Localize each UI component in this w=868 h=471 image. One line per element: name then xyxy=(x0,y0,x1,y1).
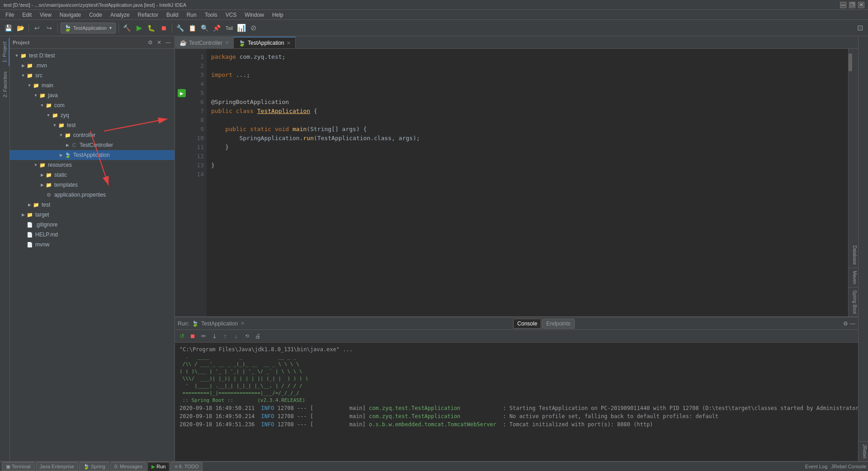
print-button[interactable]: 🖨 xyxy=(253,331,263,341)
menu-edit[interactable]: Edit xyxy=(19,11,35,19)
tree-item-java[interactable]: ▼ 📁 java xyxy=(10,90,175,100)
soft-wrap-button[interactable]: ⟲ xyxy=(242,331,252,341)
undo-button[interactable]: ↩ xyxy=(32,23,42,33)
tree-arrow-src: ▼ xyxy=(20,72,26,79)
tree-item-root[interactable]: ▼ 📁 test D:\test xyxy=(10,51,175,61)
endpoints-tab[interactable]: Endpoints xyxy=(542,319,574,329)
settings-gear-icon[interactable]: ⚙ xyxy=(843,320,848,327)
menu-view[interactable]: View xyxy=(36,11,55,19)
save-button[interactable]: 💾 xyxy=(3,23,14,33)
messages-tab[interactable]: 0: Messages xyxy=(110,462,146,471)
todo-tab[interactable]: ≡ 6: TODO xyxy=(170,462,203,471)
java-enterprise-tab[interactable]: Java Enterprise xyxy=(36,462,78,471)
project-dropdown[interactable]: 🍃 TestApplication ▼ xyxy=(61,23,116,33)
build-button[interactable]: 🔨 xyxy=(122,23,132,33)
project-tool-tab[interactable]: 1: Project xyxy=(0,38,9,66)
run-indicator[interactable]: ▶ xyxy=(176,89,187,98)
copy-button[interactable]: 📋 xyxy=(187,23,198,33)
tree-item-main[interactable]: ▼ 📁 main xyxy=(10,80,175,90)
menu-tools[interactable]: Tools xyxy=(201,11,221,19)
coverage-button[interactable]: 📊 xyxy=(236,23,247,33)
tree-item-mvnw[interactable]: 📄 mvnw xyxy=(10,240,175,250)
minimize-button[interactable]: — xyxy=(840,2,846,8)
edit-button[interactable]: ✏ xyxy=(198,331,208,341)
tree-item-static[interactable]: ▶ 📁 static xyxy=(10,170,175,180)
terminal-tab[interactable]: ▣ Terminal xyxy=(2,462,35,471)
spring-tab[interactable]: 🍃 Spring xyxy=(79,462,109,471)
tab-testapplication-icon: 🍃 xyxy=(238,40,245,47)
tree-item-zyq[interactable]: ▼ 📁 zyq xyxy=(10,110,175,120)
run-button[interactable]: ▶ xyxy=(134,23,145,33)
restart-button[interactable]: ↺ xyxy=(177,331,187,341)
collapse-panel-icon[interactable]: — xyxy=(850,320,855,327)
tab-testapplication[interactable]: 🍃 TestApplication ✕ xyxy=(234,37,296,48)
tree-item-test-src[interactable]: ▶ 📁 test xyxy=(10,200,175,210)
menu-build[interactable]: Build xyxy=(163,11,182,19)
menu-vcs[interactable]: VCS xyxy=(222,11,241,19)
tree-arrow-test-pkg: ▼ xyxy=(52,122,58,128)
menu-refactor[interactable]: Refactor xyxy=(134,11,162,19)
tree-item-helpmd[interactable]: 📄 HELP.md xyxy=(10,230,175,240)
menu-window[interactable]: Window xyxy=(241,11,268,19)
tab-testcontroller[interactable]: ☕ TestController ✕ xyxy=(175,37,234,48)
window-controls[interactable]: — ❐ ✕ xyxy=(840,2,864,8)
tab-testapplication-close[interactable]: ✕ xyxy=(287,40,291,46)
expand-button[interactable]: ⊡ xyxy=(854,23,865,33)
bookmark-button[interactable]: 📌 xyxy=(212,23,222,33)
run-app-name: TestApplication xyxy=(201,320,238,327)
tree-arrow-resources: ▼ xyxy=(33,162,39,168)
close-button[interactable]: ✕ xyxy=(858,2,864,8)
scroll-down-button[interactable]: ↓ xyxy=(231,331,241,341)
scroll-up-button[interactable]: ↑ xyxy=(220,331,230,341)
tree-item-templates[interactable]: ▶ 📁 templates xyxy=(10,180,175,190)
settings-button[interactable]: 🔧 xyxy=(175,23,186,33)
menu-file[interactable]: File xyxy=(2,11,18,19)
tree-item-testcontroller[interactable]: ▶ C TestController xyxy=(10,140,175,150)
search-button[interactable]: 🔍 xyxy=(199,23,210,33)
debug-button[interactable]: 🐛 xyxy=(146,23,157,33)
jrebel-console-link[interactable]: JRebel Console xyxy=(831,464,866,469)
scroll-end-button[interactable]: ⤓ xyxy=(209,331,219,341)
tree-item-gitignore[interactable]: 📄 .gitignore xyxy=(10,220,175,230)
tree-item-testapplication[interactable]: ▶ 🍃 TestApplication xyxy=(10,150,175,160)
maximize-button[interactable]: ❐ xyxy=(849,2,855,8)
maven-panel-tab[interactable]: Maven xyxy=(849,268,858,287)
tree-item-test-pkg[interactable]: ▼ 📁 test xyxy=(10,120,175,130)
stop-button[interactable]: ⏹ xyxy=(158,23,169,33)
menu-code[interactable]: Code xyxy=(85,11,106,19)
profile-button[interactable]: ⊘ xyxy=(248,23,259,33)
run-app-close-icon[interactable]: ✕ xyxy=(241,320,245,326)
menu-analyze[interactable]: Analyze xyxy=(107,11,133,19)
tree-item-controller[interactable]: ▼ 📁 controller xyxy=(10,130,175,140)
editor-scrollbar[interactable] xyxy=(849,53,852,247)
tail-button[interactable]: Tail xyxy=(224,23,235,33)
code-area[interactable]: package com.zyq.test; import ...; @Sprin… xyxy=(207,49,848,316)
project-panel: Project ⚙ ✕ — ▼ 📁 test D:\test xyxy=(10,36,175,461)
tree-item-resources[interactable]: ▼ 📁 resources xyxy=(10,160,175,170)
tree-label-resources: resources xyxy=(48,162,72,168)
console-tab[interactable]: Console xyxy=(513,319,541,329)
scroll-thumb[interactable] xyxy=(849,53,852,71)
tree-arrow-root: ▼ xyxy=(14,52,20,59)
tree-item-com[interactable]: ▼ 📁 com xyxy=(10,100,175,110)
tab-testcontroller-close[interactable]: ✕ xyxy=(225,40,229,46)
structure-tool-tab[interactable]: 2: Favorites xyxy=(1,68,9,101)
close-panel-icon[interactable]: ✕ xyxy=(156,39,163,46)
tree-label-testcontroller: TestController xyxy=(80,142,113,148)
menu-help[interactable]: Help xyxy=(269,11,287,19)
stop-console-button[interactable]: ⏹ xyxy=(188,331,198,341)
jrebel-tab[interactable]: JRebel xyxy=(859,441,868,461)
run-tab-bottom[interactable]: ▶ Run xyxy=(147,462,170,471)
event-log-link[interactable]: Event Log xyxy=(805,464,828,469)
tree-item-appprops[interactable]: ⚙ application.properties xyxy=(10,190,175,200)
tree-item-target[interactable]: ▶ 📁 target xyxy=(10,210,175,220)
spring-boot-panel-tab[interactable]: Spring Boot xyxy=(849,287,858,316)
open-button[interactable]: 📂 xyxy=(15,23,26,33)
tree-item-src[interactable]: ▼ 📁 src xyxy=(10,71,175,80)
menu-run[interactable]: Run xyxy=(183,11,200,19)
tree-item-mvn[interactable]: ▶ 📁 .mvn xyxy=(10,61,175,71)
redo-button[interactable]: ↪ xyxy=(44,23,55,33)
menu-navigate[interactable]: Navigate xyxy=(56,11,85,19)
gear-icon[interactable]: ⚙ xyxy=(146,39,154,46)
expand-panel-icon[interactable]: — xyxy=(165,39,172,46)
